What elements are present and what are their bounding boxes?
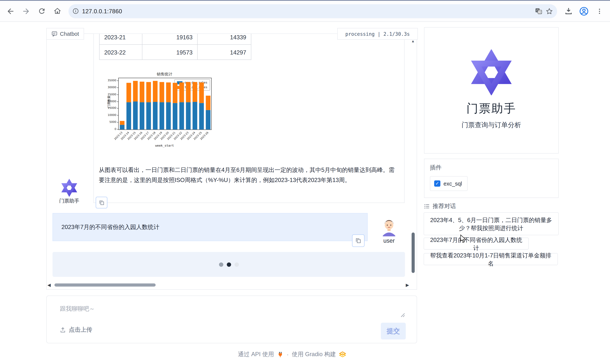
plugins-card: 插件 ✓ exc_sql — [424, 159, 558, 198]
y-tick-label: 25000 — [103, 93, 116, 96]
bar-one_day_sales-2023-20 — [166, 102, 171, 130]
bar-one_day_sales-2023-17 — [146, 102, 151, 129]
app-subtitle: 门票查询与订单分析 — [424, 121, 558, 130]
carousel-dot-seen[interactable] — [219, 262, 223, 267]
carousel-dot-active[interactable] — [227, 262, 231, 267]
bar-two_day_sales-2023-20 — [166, 82, 171, 102]
chatbot-label-text: Chatbot — [60, 31, 79, 37]
y-tick-mark — [117, 101, 118, 102]
bot-avatar-name: 门票助手 — [57, 197, 82, 205]
chart-title: 销售统计 — [118, 72, 211, 77]
bar-two_day_sales-2023-15 — [133, 81, 137, 102]
reload-icon[interactable] — [35, 4, 48, 18]
copy-user-message-button[interactable] — [352, 234, 364, 247]
y-tick-label: 10000 — [103, 114, 116, 117]
user-avatar-name: user — [378, 237, 400, 244]
plugin-checkbox[interactable]: ✓ — [434, 181, 440, 187]
back-icon[interactable] — [4, 4, 17, 18]
user-message-text: 2023年7月的不同省份的入园人数统计 — [61, 223, 159, 231]
y-tick-label: 5000 — [103, 121, 116, 124]
upload-button[interactable]: 点击上传 — [60, 326, 92, 334]
y-tick-label: 20000 — [103, 100, 116, 103]
y-tick-mark — [117, 80, 118, 81]
bar-one_day_sales-2023-15 — [133, 102, 137, 130]
bar-two_day_sales-2023-24 — [192, 82, 197, 102]
message-input[interactable]: 跟我聊聊吧～ — [60, 305, 95, 312]
suggestions-header: 推荐对话 — [424, 203, 456, 210]
download-icon[interactable] — [562, 4, 575, 18]
bar-one_day_sales-2023-16 — [139, 103, 144, 129]
gradio-logo-icon — [339, 351, 346, 357]
bar-one_day_sales-2023-26 — [206, 110, 210, 129]
bot-message: 2023-2119163143392023-221957314297 销售统计 … — [93, 34, 404, 203]
message-input-panel: 跟我聊聊吧～ 点击上传 提交 — [46, 296, 417, 343]
bar-two_day_sales-2023-17 — [146, 82, 151, 102]
bar-two_day_sales-2023-13 — [120, 121, 124, 125]
y-tick-mark — [117, 129, 118, 129]
textarea-resize-handle[interactable] — [401, 313, 405, 317]
sales-table-body: 2023-2119163143392023-221957314297 — [99, 34, 251, 60]
bar-two_day_sales-2023-19 — [159, 82, 164, 103]
translate-icon[interactable]: G文 — [535, 7, 542, 15]
mouse-cursor — [460, 234, 466, 243]
vscroll-up-arrow[interactable]: ▲ — [411, 39, 415, 43]
bar-two_day_sales-2023-22 — [179, 83, 184, 103]
carousel-dot-idle[interactable] — [234, 262, 239, 267]
table-cell: 14297 — [198, 45, 251, 60]
y-tick-label: 35000 — [103, 79, 116, 82]
browser-toolbar: 127.0.0.1:7860 G文 — [0, 0, 610, 22]
table-cell: 2023-21 — [99, 34, 142, 45]
table-cell: 19163 — [142, 34, 198, 45]
bar-one_day_sales-2023-18 — [153, 102, 157, 129]
forward-icon[interactable] — [19, 4, 33, 18]
footer-divider: · — [287, 351, 289, 358]
upload-label: 点击上传 — [69, 326, 92, 334]
plugin-name: exc_sql — [443, 181, 462, 187]
table-cell: 2023-22 — [99, 45, 142, 60]
bar-one_day_sales-2023-22 — [179, 102, 184, 129]
home-icon[interactable] — [51, 4, 64, 18]
suggestion-button-1[interactable]: 2023年4、5、6月一日门票，二日门票的销量多少？帮我按照周进行统计 — [424, 212, 559, 235]
hscroll-left-arrow[interactable]: ◀ — [47, 282, 51, 288]
table-row: 2023-211916314339 — [99, 34, 251, 45]
app-title: 门票助手 — [424, 101, 558, 117]
suggestions-title: 推荐对话 — [433, 203, 456, 210]
bar-one_day_sales-2023-24 — [192, 102, 197, 130]
plug-icon — [277, 351, 284, 358]
copy-icon — [99, 200, 104, 205]
user-avatar: user — [378, 218, 400, 244]
profile-icon[interactable] — [577, 4, 591, 18]
bar-one_day_sales-2023-14 — [126, 103, 131, 129]
site-info-icon[interactable] — [72, 8, 79, 14]
menu-dots-icon[interactable] — [593, 4, 606, 18]
bar-two_day_sales-2023-23 — [186, 82, 190, 103]
status-timer-text: processing | 2.1/30.3s — [345, 31, 410, 37]
url-bar[interactable]: 127.0.0.1:7860 G文 — [68, 4, 557, 18]
suggestion-button-3[interactable]: 帮我查看2023年10月1-7日销售渠道订单金额排名 — [424, 253, 558, 265]
footer-gradio-link[interactable]: 使用 Gradio 构建 — [292, 351, 336, 358]
user-avatar-icon — [380, 218, 398, 236]
bot-analysis-text: 从图表可以看出，一日门票和二日门票的销量在4月至6月期间呈现出一定的波动，其中5… — [99, 165, 395, 185]
bar-two_day_sales-2023-25 — [199, 83, 204, 103]
horizontal-scrollbar-thumb[interactable] — [54, 284, 156, 287]
plugins-title: 插件 — [430, 164, 558, 171]
suggestion-button-2[interactable]: 2023年7月的不同省份的入园人数统计 — [424, 238, 529, 250]
chat-bubble-icon — [51, 31, 57, 37]
vertical-scrollbar-thumb[interactable] — [411, 233, 415, 273]
bar-one_day_sales-2023-19 — [159, 103, 164, 129]
y-tick-label: 0 — [103, 128, 116, 131]
bar-two_day_sales-2023-26 — [206, 96, 210, 110]
y-tick-mark — [117, 108, 118, 109]
table-cell: 14339 — [198, 34, 251, 45]
copy-bot-message-button[interactable] — [96, 197, 107, 208]
submit-button[interactable]: 提交 — [381, 323, 406, 339]
url-text[interactable]: 127.0.0.1:7860 — [82, 8, 122, 14]
plugin-exc-sql[interactable]: ✓ exc_sql — [430, 176, 468, 191]
bot-avatar: 门票助手 — [57, 179, 82, 205]
hscroll-right-arrow[interactable]: ▶ — [406, 282, 409, 288]
footer-api-link[interactable]: 通过 API 使用 — [238, 351, 274, 358]
bookmark-star-icon[interactable] — [545, 7, 553, 15]
bot-logo-icon — [60, 179, 78, 197]
sales-table: 2023-2119163143392023-221957314297 — [99, 34, 252, 60]
chart-plot-area: one_day_salestwo_day_sales — [118, 78, 212, 130]
